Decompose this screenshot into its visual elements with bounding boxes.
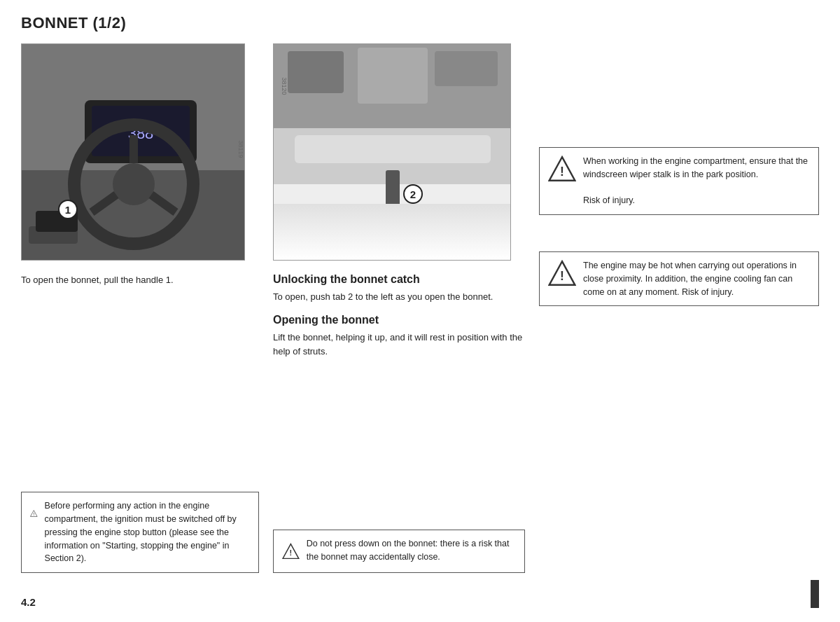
left-warning-text: Before performing any action in the engi… xyxy=(45,499,250,565)
steering-wheel-image: 388 38119 1 xyxy=(21,43,245,261)
page-title: BONNET (1/2) xyxy=(21,14,819,32)
right-column: ! When working in the engine compartment… xyxy=(539,43,819,573)
image-code-left: 38119 xyxy=(237,140,244,158)
svg-text:!: ! xyxy=(560,165,564,179)
svg-rect-15 xyxy=(288,51,344,93)
right-mid-spacer xyxy=(539,225,819,239)
spacer-mid xyxy=(273,366,525,527)
car-interior-svg: 388 38119 xyxy=(22,44,245,261)
mid-warning-text: Do not press down on the bonnet: there i… xyxy=(307,537,516,564)
svg-text:38120: 38120 xyxy=(281,77,288,95)
badge-2: 2 xyxy=(403,184,423,204)
right-warning1-text: When working in the engine compartment, … xyxy=(583,156,808,179)
svg-rect-21 xyxy=(386,170,400,212)
left-warning-box: ! Before performing any action in the en… xyxy=(21,492,259,573)
section2-title: Opening the bonnet xyxy=(273,314,525,326)
spacer xyxy=(21,297,259,480)
left-column: 388 38119 1 xyxy=(21,43,259,573)
svg-text:!: ! xyxy=(560,269,564,283)
right-warning1-sub: Risk of injury. xyxy=(583,195,635,205)
main-content: 388 38119 1 xyxy=(21,43,819,573)
warning-triangle-icon-mid: ! xyxy=(282,537,300,565)
bonnet-catch-image: 38120 2 xyxy=(273,43,511,261)
svg-rect-16 xyxy=(358,48,428,104)
badge-1: 1 xyxy=(58,200,78,219)
svg-point-6 xyxy=(113,163,155,205)
left-caption: To open the bonnet, pull the handle 1. xyxy=(21,273,259,287)
page-container: BONNET (1/2) 388 xyxy=(0,0,840,622)
page-number: 4.2 xyxy=(21,596,36,608)
section1-title: Unlocking the bonnet catch xyxy=(273,273,525,286)
svg-rect-10 xyxy=(29,226,78,244)
svg-rect-17 xyxy=(435,51,498,86)
right-warning1-content: When working in the engine compartment, … xyxy=(583,155,810,207)
right-warning-box-1: ! When working in the engine compartment… xyxy=(539,147,819,215)
right-top-spacer xyxy=(539,43,819,134)
right-bar-decoration xyxy=(811,580,819,608)
svg-text:!: ! xyxy=(34,513,35,516)
right-warning2-text: The engine may be hot when carrying out … xyxy=(583,259,810,298)
svg-text:!: ! xyxy=(290,548,293,557)
svg-rect-19 xyxy=(295,135,491,163)
warning-triangle-icon-right2: ! xyxy=(548,259,576,287)
right-warning-box-2: ! The engine may be hot when carrying ou… xyxy=(539,251,819,306)
warning-triangle-icon-right1: ! xyxy=(548,155,576,183)
mid-warning-box: ! Do not press down on the bonnet: there… xyxy=(273,530,525,573)
warning-triangle-icon-left: ! xyxy=(30,499,38,527)
svg-marker-23 xyxy=(370,230,380,237)
mid-column: 38120 2 Unlocking the bonnet catch To op… xyxy=(273,43,525,573)
svg-line-22 xyxy=(372,219,386,233)
bonnet-image-svg: 38120 xyxy=(274,44,511,261)
footer: 4.2 xyxy=(21,580,819,608)
section1-text: To open, push tab 2 to the left as you o… xyxy=(273,290,525,304)
section2-text: Lift the bonnet, helping it up, and it w… xyxy=(273,331,525,359)
